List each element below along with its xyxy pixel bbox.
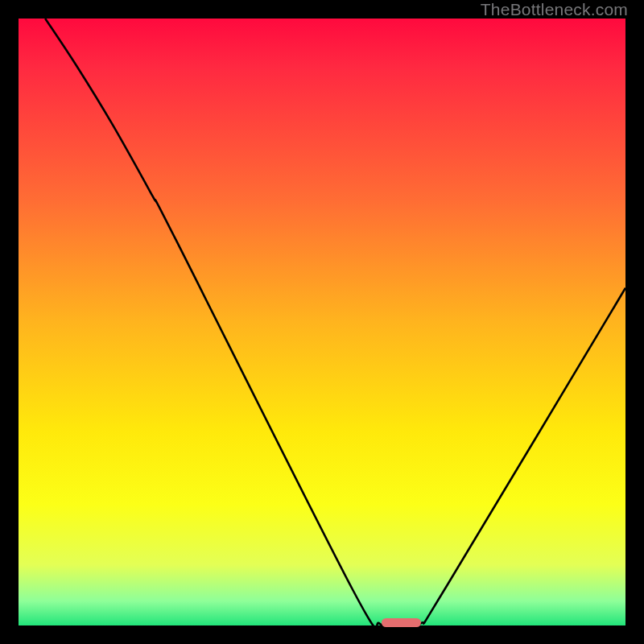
optimal-range-marker xyxy=(382,618,421,627)
watermark-text: TheBottleneck.com xyxy=(481,0,628,19)
bottleneck-curve-path xyxy=(45,19,625,625)
chart-frame xyxy=(19,19,625,625)
chart-curve-svg xyxy=(19,19,625,625)
